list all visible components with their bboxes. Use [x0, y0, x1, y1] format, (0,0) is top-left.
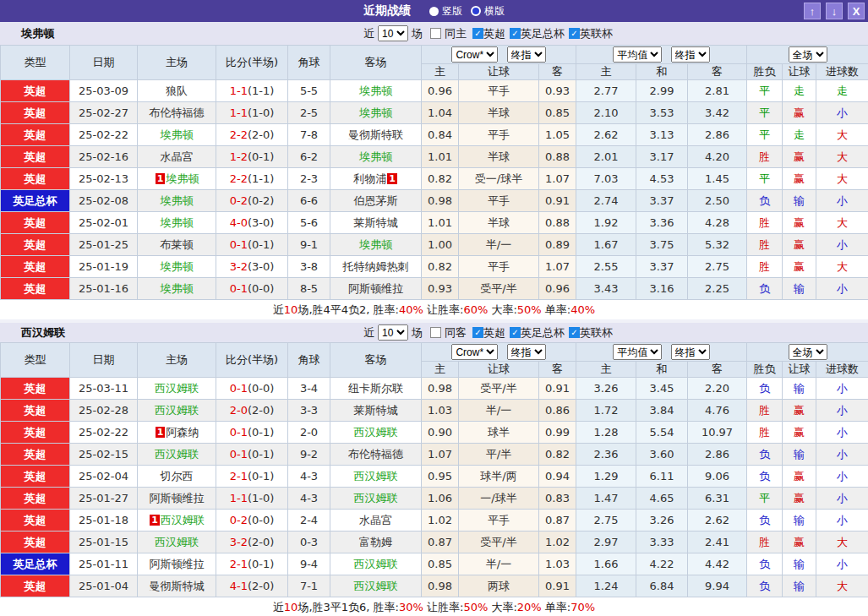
team-section: 埃弗顿 近 10 场 同主 ✓英超✓英足总杯✓英联杯 类型 日期 — [0, 22, 868, 319]
col-avg-away: 客 — [688, 64, 747, 80]
result-wdl: 负 — [747, 575, 783, 597]
odds-handicap: 平手 — [459, 256, 539, 278]
league-checkbox[interactable]: ✓ — [569, 28, 580, 39]
odds-home: 1.01 — [422, 146, 459, 168]
team-label: 阿斯顿维拉 — [348, 282, 403, 295]
result-wdl: 负 — [747, 278, 783, 300]
league-type-cell: 英超 — [1, 444, 70, 466]
avg-source-select[interactable]: 平均值 — [613, 46, 662, 63]
col-away: 客场 — [330, 46, 422, 80]
team-label: 布伦特福德 — [150, 106, 205, 119]
home-team: 西汉姆联 — [138, 444, 216, 466]
odds-handicap: 受一/球半 — [459, 168, 539, 190]
corner-score: 8-5 — [288, 278, 330, 300]
layout-radio-horizontal[interactable]: 横版 — [471, 4, 505, 19]
summary-text: 让胜率: — [423, 303, 464, 316]
odds-away: 0.88 — [539, 212, 576, 234]
summary-text: 大率: — [488, 601, 517, 613]
home-team: 西汉姆联 — [138, 532, 216, 553]
team-label: 切尔西 — [161, 470, 194, 482]
odds-home: 0.96 — [422, 80, 459, 102]
result-wdl: 平 — [747, 124, 783, 146]
same-venue-checkbox[interactable] — [430, 327, 441, 338]
avg-time-select[interactable]: 终指 — [671, 344, 710, 360]
score-cell: 0-1(0-1) — [216, 444, 288, 466]
team-label: 伯恩茅斯 — [354, 194, 398, 207]
avg-draw: 4.22 — [636, 553, 688, 575]
league-checkbox[interactable]: ✓ — [472, 28, 483, 39]
match-date: 25-02-22 — [70, 124, 138, 146]
scroll-down-button[interactable]: ↓ — [826, 3, 843, 19]
half-score: (0-0) — [248, 514, 274, 526]
league-checkbox[interactable]: ✓ — [569, 327, 580, 338]
league-checkbox[interactable]: ✓ — [510, 327, 521, 338]
away-team: 西汉姆联 — [330, 488, 422, 510]
avg-source-select[interactable]: 平均值 — [613, 344, 662, 360]
odds-handicap: 球半/两 — [459, 466, 539, 488]
section-header: 西汉姆联 近 10 场 同客 ✓英超✓英足总杯✓英联杯 — [0, 319, 868, 342]
match-count-select[interactable]: 10 — [378, 25, 408, 41]
match-date: 25-01-19 — [70, 256, 138, 278]
col-odds-home: 主 — [422, 64, 459, 80]
odds-time-select[interactable]: 终指 — [507, 46, 546, 63]
match-date: 25-01-04 — [70, 575, 138, 597]
avg-home: 2.77 — [576, 80, 636, 102]
match-count-select[interactable]: 10 — [378, 324, 408, 341]
layout-radio-vertical[interactable]: 竖版 — [429, 4, 462, 19]
scroll-up-button[interactable]: ↑ — [804, 3, 821, 19]
league-type-cell: 英超 — [1, 510, 70, 532]
avg-draw: 6.11 — [636, 466, 688, 488]
team-label: 埃弗顿 — [359, 150, 392, 163]
league-type-cell: 英超 — [1, 278, 70, 300]
odds-away: 0.91 — [539, 575, 576, 597]
odds-source-select[interactable]: Crow* — [451, 46, 498, 63]
score-cell: 2-0(2-0) — [216, 400, 288, 422]
home-team: 水晶宫 — [138, 146, 216, 168]
scope-select[interactable]: 全场 — [789, 46, 827, 63]
league-type-cell: 英超 — [1, 256, 70, 278]
odds-time-select[interactable]: 终指 — [507, 344, 546, 360]
match-row: 英足总杯 25-02-08 埃弗顿 0-2(0-2) 6-6 伯恩茅斯 0.98… — [1, 190, 868, 212]
col-res-handicap: 让球 — [783, 64, 816, 80]
home-team: 布莱顿 — [138, 234, 216, 256]
score-cell: 0-2(0-0) — [216, 510, 288, 532]
team-label: 埃弗顿 — [161, 260, 194, 273]
league-filters: ✓英超✓英足总杯✓英联杯 — [468, 26, 613, 41]
odds-source-select[interactable]: Crow* — [451, 344, 498, 360]
corner-score: 7-8 — [288, 124, 330, 146]
avg-home: 3.26 — [576, 378, 636, 400]
close-button[interactable]: X — [848, 3, 865, 19]
result-wdl: 胜 — [747, 532, 783, 553]
odds-handicap: 两球 — [459, 575, 539, 597]
team-label: 埃弗顿 — [166, 172, 199, 185]
col-avg-draw: 和 — [636, 362, 688, 378]
avg-draw: 3.37 — [636, 190, 688, 212]
half-score: (2-0) — [248, 128, 274, 141]
league-type-cell: 英超 — [1, 378, 70, 400]
scope-select[interactable]: 全场 — [789, 344, 827, 360]
team-label: 埃弗顿 — [359, 106, 392, 119]
corner-score: 3-3 — [288, 400, 330, 422]
score-cell: 1-1(1-1) — [216, 80, 288, 102]
match-row: 英超 25-01-18 1西汉姆联 0-2(0-0) 2-4 水晶宫 1.02 … — [1, 510, 868, 532]
away-team: 托特纳姆热刺 — [330, 256, 422, 278]
odds-handicap: 一/球半 — [459, 488, 539, 510]
league-checkbox[interactable]: ✓ — [510, 28, 521, 39]
results-table: 类型 日期 主场 比分(半场) 角球 客场 Crow* 终指 平均值 终指 — [0, 45, 868, 300]
team-label: 埃弗顿 — [359, 84, 392, 97]
odds-away: 0.93 — [539, 80, 576, 102]
same-venue-checkbox[interactable] — [430, 28, 441, 39]
team-label: 西汉姆联 — [155, 404, 199, 417]
league-checkbox[interactable]: ✓ — [472, 327, 483, 338]
match-row: 英超 25-02-15 西汉姆联 0-1(0-1) 9-2 布伦特福德 1.07… — [1, 444, 868, 466]
result-handicap: 赢 — [783, 146, 816, 168]
result-wdl: 平 — [747, 102, 783, 124]
avg-time-select[interactable]: 终指 — [671, 46, 710, 63]
result-wdl: 胜 — [747, 400, 783, 422]
avg-away: 1.45 — [688, 168, 747, 190]
team-name: 西汉姆联 — [0, 325, 65, 341]
home-team: 埃弗顿 — [138, 212, 216, 234]
away-team: 伯恩茅斯 — [330, 190, 422, 212]
result-handicap: 赢 — [783, 488, 816, 510]
result-goals: 小 — [816, 553, 868, 575]
